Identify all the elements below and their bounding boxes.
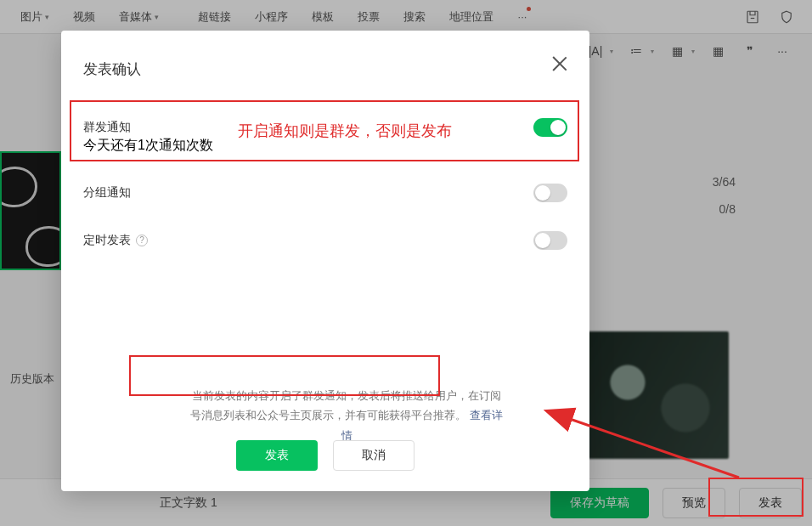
option-group-notify: 分组通知	[83, 184, 567, 202]
scheduled-publish-switch[interactable]	[533, 231, 567, 250]
publish-info-text: 当前发表的内容开启了群发通知，发表后将推送给用户，在订阅号消息列表和公众号主页展…	[189, 386, 505, 445]
close-icon[interactable]	[550, 54, 569, 73]
group-notify-switch[interactable]	[533, 184, 567, 202]
modal-publish-button[interactable]: 发表	[236, 440, 318, 471]
option-scheduled-publish: 定时发表 ?	[83, 231, 567, 250]
option-broadcast-notify: 群发通知 今天还有1次通知次数	[83, 118, 567, 155]
broadcast-notify-label: 群发通知	[83, 120, 131, 135]
modal-cancel-button[interactable]: 取消	[333, 440, 414, 471]
scheduled-publish-label: 定时发表 ?	[83, 233, 148, 248]
group-notify-label: 分组通知	[83, 185, 131, 201]
publish-confirm-modal: 发表确认 群发通知 今天还有1次通知次数 分组通知 定时发表 ? 当前发表的内容…	[61, 31, 589, 491]
help-icon[interactable]: ?	[136, 235, 148, 246]
modal-title: 发表确认	[83, 59, 567, 79]
broadcast-notify-subtext: 今天还有1次通知次数	[83, 137, 567, 155]
broadcast-notify-switch[interactable]	[533, 118, 567, 137]
